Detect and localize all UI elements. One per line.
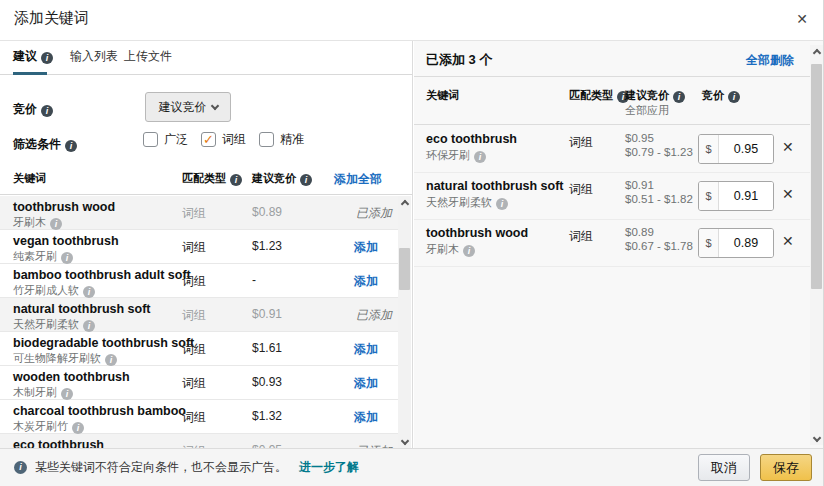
keyword-translation: 木炭牙刷竹 [13,419,84,434]
tab-enter-list[interactable]: 输入列表 [70,48,118,65]
suggested-bid-value: $0.93 [252,375,282,389]
tab-suggested-label: 建议 [13,49,37,63]
scroll-up-icon[interactable] [398,196,411,209]
scroll-down-icon[interactable] [398,435,411,448]
info-icon[interactable] [496,198,508,210]
info-icon[interactable] [50,218,62,230]
col-suggested-bid: 建议竞价 [252,171,312,186]
info-icon[interactable] [72,422,84,434]
cancel-button[interactable]: 取消 [698,454,750,481]
remove-keyword-icon[interactable]: ✕ [782,186,794,202]
match-type-checkbox[interactable]: 词组 [201,131,246,148]
keyword-translation: 天然牙刷柔软 [13,317,95,332]
keyword-text: vegan toothbrush [13,234,119,248]
match-type-value: 词组 [182,307,206,324]
row-action: 已添加 [356,205,392,222]
info-icon[interactable] [65,140,77,152]
translation-text: 纯素牙刷 [13,250,57,262]
col-keyword: 关键词 [426,88,459,103]
suggested-bid-range: $0.79 - $1.23 [625,146,693,158]
keyword-text: natural toothbrush soft [13,302,151,316]
translation-text: 木炭牙刷竹 [13,420,68,432]
bid-type-dropdown-value: 建议竞价 [159,100,207,114]
info-icon[interactable] [61,252,73,264]
tab-suggested[interactable]: 建议 [13,48,53,65]
suggested-keyword-row: natural toothbrush soft 天然牙刷柔软 词组 $0.91 … [0,298,398,332]
bid-input[interactable] [719,135,773,163]
match-type-checkbox[interactable]: 精准 [259,131,304,148]
tab-enter-list-label: 输入列表 [70,49,118,63]
right-scrollbar[interactable] [810,45,823,445]
modal-title: 添加关键词 [14,9,89,28]
learn-more-link[interactable]: 进一步了解 [299,459,359,476]
info-icon[interactable] [300,174,312,186]
match-type-checkbox[interactable]: 广泛 [143,131,188,148]
save-button[interactable]: 保存 [760,454,812,481]
suggested-bid-range: $0.51 - $1.82 [625,193,693,205]
left-scrollbar[interactable] [398,196,411,448]
keyword-translation: 可生物降解牙刷软 [13,351,117,366]
added-status: 已添加 [356,206,392,220]
close-icon[interactable]: ✕ [791,8,813,30]
delete-all-link[interactable]: 全部删除 [746,52,794,69]
col-bid: 竞价 [702,88,740,103]
info-icon[interactable] [463,245,475,257]
match-type-value: 词组 [569,134,593,151]
scroll-up-icon[interactable] [810,45,823,58]
add-keyword-link[interactable]: 添加 [354,342,378,356]
translation-text: 天然牙刷柔软 [13,318,79,330]
remove-keyword-icon[interactable]: ✕ [782,233,794,249]
keyword-text: toothbrush wood [426,226,528,240]
suggested-bid-value: $1.61 [252,341,282,355]
scroll-down-icon[interactable] [810,432,823,445]
keyword-text: eco toothbrush [426,132,517,146]
keyword-translation: 天然牙刷柔软 [426,195,508,210]
info-icon[interactable] [728,91,740,103]
info-icon[interactable] [41,52,53,64]
keyword-translation: 纯素牙刷 [13,249,73,264]
bid-type-dropdown[interactable]: 建议竞价 [145,92,231,122]
suggestions-panel: 建议 输入列表 上传文件 竞价 建议竞价 筛选条件 广泛 词组 精准 [0,41,413,448]
suggestions-table-header: 关键词 匹配类型 建议竞价 添加全部 [0,162,412,195]
row-action: 添加 [354,409,392,426]
add-keyword-link[interactable]: 添加 [354,376,378,390]
info-icon[interactable] [41,105,53,117]
bid-input[interactable] [719,229,773,257]
add-keywords-modal: 添加关键词 ✕ 建议 输入列表 上传文件 竞价 建议竞价 筛选条件 广泛 [0,0,824,486]
suggested-keyword-row: vegan toothbrush 纯素牙刷 词组 $1.23 添加 [0,230,398,264]
info-icon[interactable] [61,388,73,400]
added-keyword-row: toothbrush wood 牙刷木 词组 $0.89 $0.67 - $1.… [414,220,810,267]
scrollbar-thumb[interactable] [399,248,410,290]
checkbox-box[interactable] [143,132,158,147]
bid-input[interactable] [719,182,773,210]
checkbox-box[interactable] [201,132,216,147]
suggested-bid-value: $0.89 [625,226,654,238]
info-icon[interactable] [673,91,685,103]
col-match-type: 匹配类型 [182,171,242,186]
apply-all-label: 全部应用 [625,103,669,118]
add-keyword-link[interactable]: 添加 [354,410,378,424]
suggested-bid-value: $0.91 [625,179,654,191]
row-action: 添加 [354,273,392,290]
tab-upload-file[interactable]: 上传文件 [124,48,172,65]
match-type-value: 词组 [569,228,593,245]
scrollbar-thumb[interactable] [811,64,822,289]
add-keyword-link[interactable]: 添加 [354,240,378,254]
footer-buttons: 取消 保存 [698,454,812,481]
add-all-link[interactable]: 添加全部 [334,171,382,188]
added-keywords-list: eco toothbrush 环保牙刷 词组 $0.95 $0.79 - $1.… [414,126,810,267]
checkbox-box[interactable] [259,132,274,147]
row-action: 添加 [354,375,392,392]
suggested-keyword-row: wooden toothbrush 木制牙刷 词组 $0.93 添加 [0,366,398,400]
info-icon[interactable] [83,286,95,298]
add-keyword-link[interactable]: 添加 [354,274,378,288]
suggested-keywords-list: toothbrush wood 牙刷木 词组 $0.89 已添加 vegan t… [0,196,398,448]
info-icon[interactable] [230,174,242,186]
match-type-value: 词组 [182,409,206,426]
currency-label: $ [699,182,719,210]
info-icon[interactable] [105,354,117,366]
suggested-bid-value: $1.32 [252,409,282,423]
info-icon[interactable] [83,320,95,332]
info-icon[interactable] [474,151,486,163]
remove-keyword-icon[interactable]: ✕ [782,139,794,155]
